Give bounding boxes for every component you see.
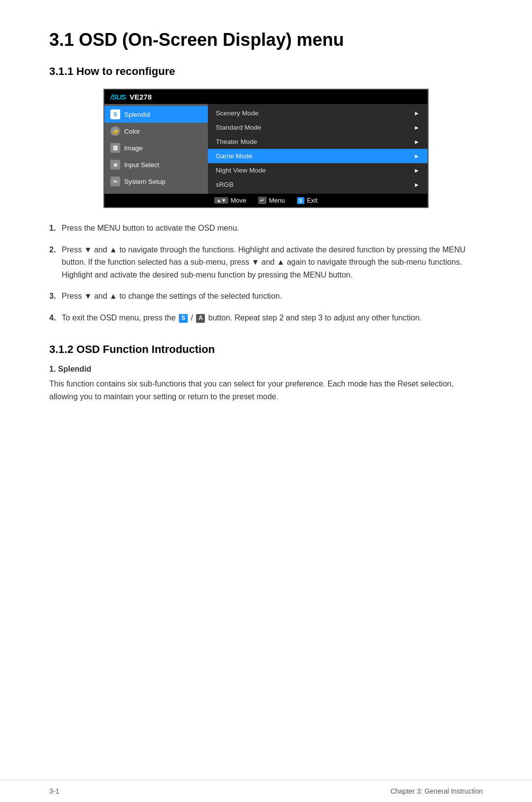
left-menu-input-label: Input Select: [124, 161, 159, 169]
srgb-label: sRGB: [216, 181, 233, 188]
page-footer: 3-1 Chapter 3: General Instruction: [0, 780, 532, 802]
standard-arrow: ►: [414, 124, 420, 131]
monitor-footer: ▲▼ Move ↵ Menu S Exit: [104, 194, 428, 207]
monitor-header: /SUS VE278: [104, 90, 428, 104]
footer-move-label: Move: [231, 197, 246, 204]
a-badge: A: [196, 314, 205, 323]
left-menu-item-image: 🖼 Image: [104, 139, 208, 156]
system-icon: ✂: [110, 176, 120, 186]
scenery-arrow: ►: [414, 110, 420, 117]
right-item-scenery: Scenery Mode ►: [208, 106, 428, 120]
instruction-2-text: Press ▼ and ▲ to navigate through the fu…: [62, 244, 483, 281]
nightview-arrow: ►: [414, 167, 420, 174]
instruction-3-text: Press ▼ and ▲ to change the settings of …: [62, 290, 282, 303]
monitor-model: VE278: [130, 93, 152, 101]
color-icon: 🔐: [110, 126, 120, 136]
footer-chapter: Chapter 3: General Instruction: [390, 787, 483, 795]
instruction-3-num: 3.: [49, 290, 56, 303]
right-item-game: Game Mode ►: [208, 149, 428, 163]
footer-exit-label: Exit: [307, 197, 318, 204]
instruction-3: 3. Press ▼ and ▲ to change the settings …: [49, 290, 483, 303]
asus-logo: /SUS: [110, 93, 126, 101]
splendid-body: This function contains six sub-functions…: [49, 378, 483, 404]
s-badge: S: [179, 314, 188, 323]
instruction-4-num: 4.: [49, 312, 56, 324]
input-icon: ⊕: [110, 160, 120, 170]
instruction-1-num: 1.: [49, 222, 56, 235]
footer-menu-label: Menu: [269, 197, 285, 204]
instruction-1-text: Press the MENU button to activate the OS…: [62, 222, 239, 235]
right-item-theater: Theater Mode ►: [208, 135, 428, 149]
main-title: 3.1 OSD (On-Screen Display) menu: [49, 30, 483, 50]
left-menu-item-input: ⊕ Input Select: [104, 156, 208, 173]
game-arrow: ►: [414, 153, 420, 160]
instruction-1: 1. Press the MENU button to activate the…: [49, 222, 483, 235]
instruction-4-text: To exit the OSD menu, press the S / A bu…: [62, 312, 422, 324]
footer-menu: ↵ Menu: [258, 197, 285, 204]
image-icon: 🖼: [110, 143, 120, 153]
instruction-2: 2. Press ▼ and ▲ to navigate through the…: [49, 244, 483, 281]
scenery-mode-label: Scenery Mode: [216, 109, 259, 117]
theater-mode-label: Theater Mode: [216, 138, 257, 145]
menu-icon: ↵: [258, 197, 266, 204]
splendid-icon: S: [110, 109, 120, 119]
left-menu-item-splendid: S Splendid: [104, 106, 208, 123]
left-menu-system-label: System Setup: [124, 178, 166, 185]
left-menu-splendid-label: Splendid: [124, 111, 150, 118]
srgb-arrow: ►: [414, 181, 420, 188]
footer-page-num: 3-1: [49, 787, 59, 795]
right-item-nightview: Night View Mode ►: [208, 163, 428, 177]
move-icon: ▲▼: [214, 197, 228, 204]
left-menu-item-color: 🔐 Color: [104, 123, 208, 139]
page-content: 3.1 OSD (On-Screen Display) menu 3.1.1 H…: [0, 0, 532, 443]
theater-arrow: ►: [414, 139, 420, 145]
right-menu: Scenery Mode ► Standard Mode ► Theater M…: [208, 104, 428, 194]
splendid-subheading: 1. Splendid: [49, 365, 483, 374]
left-menu-color-label: Color: [124, 128, 140, 135]
section-311-title: 3.1.1 How to reconfigure: [49, 65, 483, 78]
instruction-4: 4. To exit the OSD menu, press the S / A…: [49, 312, 483, 324]
instructions-list: 1. Press the MENU button to activate the…: [49, 222, 483, 324]
monitor-osd-screen: /SUS VE278 S Splendid 🔐 Color 🖼: [103, 89, 429, 208]
footer-exit: S Exit: [297, 197, 318, 204]
left-menu: S Splendid 🔐 Color 🖼 Image ⊕ Input Selec…: [104, 104, 208, 194]
right-item-standard: Standard Mode ►: [208, 120, 428, 135]
monitor-body: S Splendid 🔐 Color 🖼 Image ⊕ Input Selec…: [104, 104, 428, 194]
exit-s-icon: S: [297, 197, 304, 204]
standard-mode-label: Standard Mode: [216, 124, 261, 131]
instruction-2-num: 2.: [49, 244, 56, 281]
left-menu-item-system: ✂ System Setup: [104, 173, 208, 190]
game-mode-label: Game Mode: [216, 152, 252, 160]
left-menu-image-label: Image: [124, 144, 143, 152]
footer-move: ▲▼ Move: [214, 197, 246, 204]
nightview-mode-label: Night View Mode: [216, 167, 266, 174]
section-312-title: 3.1.2 OSD Function Introduction: [49, 343, 483, 356]
right-item-srgb: sRGB ►: [208, 177, 428, 192]
